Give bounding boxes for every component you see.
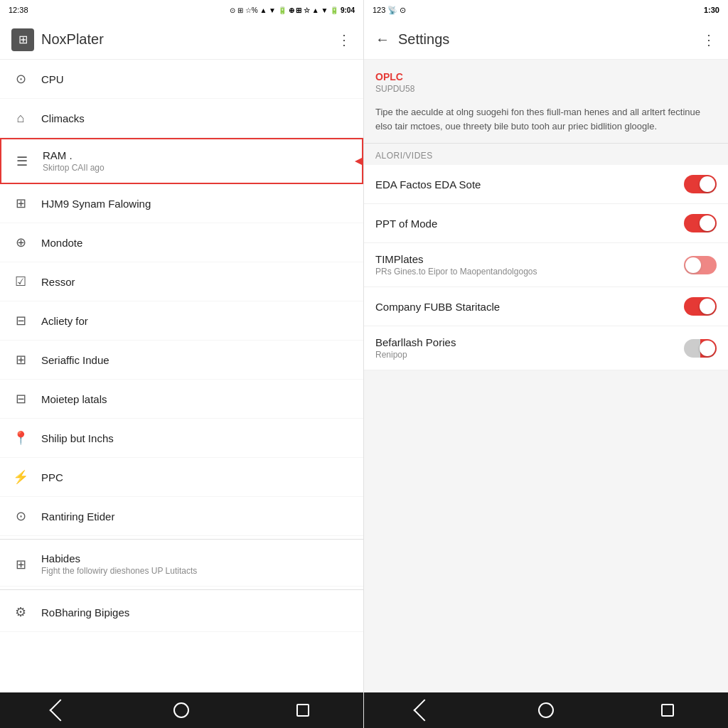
hjm9-icon: ⊞: [11, 194, 30, 213]
back-button[interactable]: [46, 696, 75, 724]
ppc-icon: ⚡: [11, 468, 30, 486]
right-header: ← Settings ⋮: [364, 20, 728, 60]
seriaffic-icon: ⊞: [11, 350, 30, 369]
timplates-subtitle: PRs Gines.to Eipor to Maopentandolgogos: [375, 267, 684, 277]
right-menu-button[interactable]: ⋮: [702, 31, 717, 48]
nav-item-ram[interactable]: ☰ RAM . Skirtop CAIl ago: [0, 138, 363, 184]
nav-item-moietep[interactable]: ⊟ Moietep latals: [0, 380, 363, 419]
app-icon: ⊞: [11, 28, 34, 51]
recent-icon: [296, 704, 309, 717]
right-home-button[interactable]: [532, 696, 560, 724]
toggle-knob: [700, 176, 715, 192]
timplates-title: TIMPlates: [375, 253, 684, 265]
red-arrow-indicator: [355, 151, 363, 172]
ressor-icon: ☑: [11, 272, 30, 291]
mondote-icon: ⊕: [11, 233, 30, 252]
seriaffic-label: Seriaffic Indue: [41, 354, 352, 366]
befarllash-toggle[interactable]: [684, 339, 717, 358]
ppt-mode-toggle[interactable]: [684, 214, 717, 232]
eda-factos-title: EDA Factos EDA Sote: [375, 178, 684, 191]
nav-item-rantiring[interactable]: ⊙ Rantiring Etider: [0, 497, 363, 536]
left-nav: ⊙ CPU ⌂ Climacks ☰ RAM . Skirtop CAIl ag…: [0, 60, 363, 692]
left-header: ⊞ NoxPlater ⋮: [0, 20, 363, 60]
right-bottom-nav: [364, 692, 728, 728]
nav-item-hjm9[interactable]: ⊞ HJM9 Synam Falowing: [0, 184, 363, 223]
app-title: NoxPlater: [41, 31, 104, 48]
home-icon: [173, 702, 189, 718]
right-status-bar: 123 📡 ⊙ 1:30: [364, 0, 728, 20]
settings-item-company-fubb: Company FUBB Staritacle: [364, 287, 728, 326]
robharing-label: RoBharing Bipiges: [41, 606, 352, 619]
ram-subtitle: Skirtop CAIl ago: [43, 163, 350, 173]
rantiring-label: Rantiring Etider: [41, 510, 352, 523]
recent-button[interactable]: [289, 696, 317, 724]
settings-item-befarllash: Befarllash Pories Renipop: [364, 326, 728, 370]
right-back-icon: [414, 699, 436, 721]
nav-item-acliety[interactable]: ⊟ Acliety for: [0, 301, 363, 341]
mondote-label: Mondote: [41, 237, 352, 249]
left-menu-button[interactable]: ⋮: [337, 31, 352, 48]
nav-item-habides[interactable]: ⊞ Habides Fight the followiry dieshones …: [0, 542, 363, 587]
ppt-mode-title: PPT of Mode: [375, 218, 684, 230]
settings-item-eda-factos: EDA Factos EDA Sote: [364, 165, 728, 204]
section-description: Tipe the aeculde at olng suogehi fon the…: [364, 98, 728, 144]
toggle-knob-2: [700, 215, 715, 231]
shilip-icon: 📍: [11, 429, 30, 447]
nav-item-ressor[interactable]: ☑ Ressor: [0, 262, 363, 301]
timplates-toggle[interactable]: [684, 256, 717, 274]
section-subtitle: SUPDU58: [375, 84, 717, 94]
right-panel: 123 📡 ⊙ 1:30 ← Settings ⋮ OPLC SUPDU58 T…: [364, 0, 728, 728]
nav-item-robharing[interactable]: ⚙ RoBharing Bipiges: [0, 593, 363, 632]
climacks-icon: ⌂: [11, 109, 30, 127]
company-fubb-toggle[interactable]: [684, 297, 717, 316]
habides-subtitle: Fight the followiry dieshones UP Lutitac…: [41, 566, 352, 576]
app-title-area: ⊞ NoxPlater: [11, 28, 104, 51]
right-home-icon: [538, 702, 554, 718]
settings-title: Settings: [398, 31, 449, 48]
subsection-title: ALORI/VIDES: [375, 151, 717, 161]
right-back-button[interactable]: [410, 696, 439, 724]
nav-divider-1: [0, 539, 363, 540]
nav-item-shilip[interactable]: 📍 Shilip but Inchs: [0, 419, 363, 458]
befarllash-title: Befarllash Pories: [375, 336, 684, 348]
left-panel: 12:38 ⊙ ⊞ ☆% ▲ ▼ 🔋 ⊕ ⊞ ☆ ▲ ▼ 🔋 9:04 ⊞ No…: [0, 0, 364, 728]
section-header: OPLC SUPDU58: [364, 60, 728, 98]
right-recent-button[interactable]: [653, 696, 682, 724]
settings-item-timplates: TIMPlates PRs Gines.to Eipor to Maopenta…: [364, 243, 728, 287]
nav-item-ppc[interactable]: ⚡ PPC: [0, 458, 363, 497]
habides-icon: ⊞: [11, 555, 30, 574]
hjm9-label: HJM9 Synam Falowing: [41, 198, 352, 210]
ppc-label: PPC: [41, 471, 352, 483]
left-bottom-nav: [0, 692, 363, 728]
section-title: OPLC: [375, 71, 717, 82]
nav-item-climacks[interactable]: ⌂ Climacks: [0, 99, 363, 138]
toggle-knob-4: [700, 299, 715, 314]
nav-divider-2: [0, 589, 363, 590]
toggle-knob-3: [685, 257, 701, 273]
nav-item-seriaffic[interactable]: ⊞ Seriaffic Indue: [0, 341, 363, 380]
left-status-bar: 12:38 ⊙ ⊞ ☆% ▲ ▼ 🔋 ⊕ ⊞ ☆ ▲ ▼ 🔋 9:04: [0, 0, 363, 20]
eda-factos-toggle[interactable]: [684, 175, 717, 193]
moietep-icon: ⊟: [11, 390, 30, 408]
nav-item-mondote[interactable]: ⊕ Mondote: [0, 223, 363, 262]
settings-content: OPLC SUPDU58 Tipe the aeculde at olng su…: [364, 60, 728, 692]
nav-item-cpu[interactable]: ⊙ CPU: [0, 60, 363, 99]
right-time: 1:30: [704, 6, 719, 14]
moietep-label: Moietep latals: [41, 393, 352, 405]
svg-marker-0: [355, 154, 363, 168]
acliety-icon: ⊟: [11, 311, 30, 330]
toggle-knob-5: [700, 341, 715, 356]
ram-icon: ☰: [13, 152, 31, 171]
cpu-icon: ⊙: [11, 70, 30, 88]
rantiring-icon: ⊙: [11, 507, 30, 525]
befarllash-subtitle: Renipop: [375, 350, 684, 360]
right-header-left: ← Settings: [375, 31, 449, 48]
back-arrow-button[interactable]: ←: [375, 31, 390, 48]
right-recent-icon: [661, 704, 674, 717]
home-button[interactable]: [167, 696, 196, 724]
left-time: 12:38: [9, 6, 28, 14]
shilip-label: Shilip but Inchs: [41, 432, 352, 444]
right-status-left: 123 📡 ⊙: [373, 6, 406, 15]
ressor-label: Ressor: [41, 276, 352, 288]
arrow-svg: [355, 151, 363, 172]
